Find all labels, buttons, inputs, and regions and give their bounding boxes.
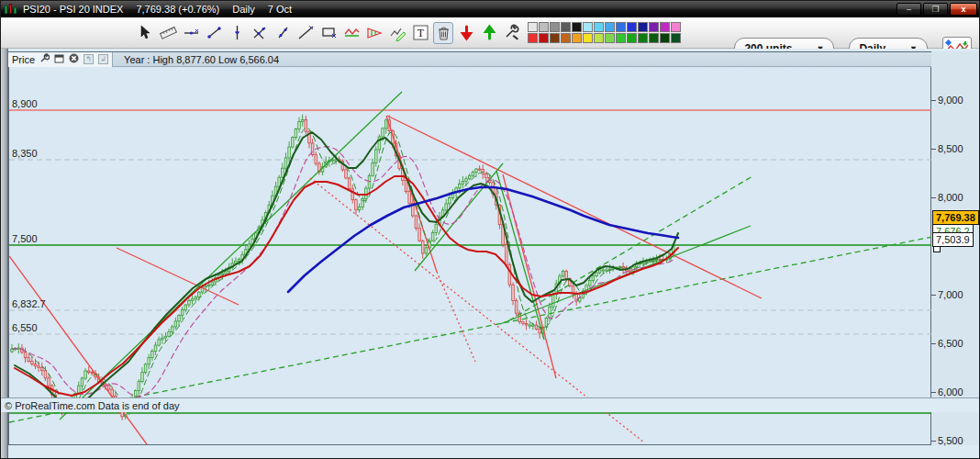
delete-tool[interactable] <box>433 22 453 44</box>
color-swatch[interactable] <box>649 22 659 32</box>
color-swatch[interactable] <box>605 22 615 32</box>
color-swatch[interactable] <box>638 22 648 32</box>
axis-tick: 8,000 <box>931 191 963 204</box>
channel-pattern-tool[interactable] <box>341 22 362 44</box>
color-swatch[interactable] <box>660 33 670 43</box>
svg-text:T: T <box>417 27 424 39</box>
arrow-down-marker[interactable] <box>456 22 476 44</box>
move-up-icon[interactable]: ↰ <box>84 54 94 64</box>
color-swatch[interactable] <box>550 22 560 32</box>
title-bar[interactable]: PSI20 - PSI 20 INDEX 7,769.38 (+0.76%) D… <box>1 1 980 17</box>
color-swatch[interactable] <box>583 33 593 43</box>
color-swatch[interactable] <box>572 33 582 43</box>
candle-body <box>445 204 448 210</box>
color-swatch[interactable] <box>627 22 637 32</box>
candle-body <box>161 338 164 340</box>
close-button[interactable]: x <box>950 3 977 16</box>
cross-lines-tool[interactable] <box>250 22 270 44</box>
window-icon[interactable] <box>54 54 64 65</box>
price-chart-canvas[interactable]: 8,9008,3507,5006,832.76,5505,750 <box>9 52 980 444</box>
candle-body <box>485 174 488 177</box>
candle-body <box>462 181 464 184</box>
color-swatch[interactable] <box>528 22 538 32</box>
candle-body <box>478 169 481 170</box>
ruler-tool[interactable] <box>158 22 178 44</box>
candle-body <box>171 327 173 331</box>
candle-body <box>629 271 631 272</box>
price-plot[interactable]: 8,9008,3507,5006,832.76,5505,750 <box>8 51 931 445</box>
move-down-icon[interactable]: ↲ <box>98 54 108 64</box>
color-swatch[interactable] <box>550 33 560 43</box>
color-swatch[interactable] <box>638 33 648 43</box>
color-swatch[interactable] <box>572 22 582 32</box>
color-swatch[interactable] <box>616 22 626 32</box>
candle-body <box>465 179 468 182</box>
trend-line-tool[interactable] <box>295 22 316 44</box>
color-swatch[interactable] <box>561 22 571 32</box>
candle-body <box>482 169 484 174</box>
vertical-line-tool[interactable] <box>227 22 247 44</box>
pointer-tool[interactable] <box>135 22 155 44</box>
candle-body <box>81 378 84 386</box>
data-source-note: © ProRealTime.com Data is end of day <box>5 400 180 411</box>
color-swatch[interactable] <box>649 33 659 43</box>
minimize-button[interactable]: – <box>896 3 921 16</box>
candle-body <box>562 271 564 275</box>
segment-tool[interactable] <box>204 22 224 44</box>
trend-line[interactable] <box>415 163 503 271</box>
candle-body <box>158 340 161 345</box>
color-swatch[interactable] <box>528 33 538 43</box>
candle-body <box>372 163 374 176</box>
color-swatch[interactable] <box>671 22 681 32</box>
window-title: PSI20 - PSI 20 INDEX <box>23 4 123 15</box>
candle-body <box>191 299 194 301</box>
candle-body <box>178 316 181 321</box>
advanced-tools[interactable] <box>502 22 522 44</box>
trend-line[interactable] <box>60 92 402 420</box>
color-swatch[interactable] <box>627 33 637 43</box>
candle-body <box>449 198 451 204</box>
trend-line[interactable] <box>386 116 437 272</box>
axis-tick: 8,500 <box>931 142 963 155</box>
candle-body <box>365 188 368 198</box>
candle-body <box>525 323 528 325</box>
trend-line[interactable] <box>387 116 762 298</box>
color-swatch[interactable] <box>605 33 615 43</box>
trend-line[interactable] <box>9 237 932 422</box>
rectangle-tool[interactable] <box>318 22 339 44</box>
color-swatch[interactable] <box>561 33 571 43</box>
maximize-button[interactable]: ❐ <box>923 3 948 16</box>
wrench-icon[interactable] <box>39 53 50 65</box>
color-swatch[interactable] <box>539 33 549 43</box>
triangle-pattern-tool[interactable] <box>364 22 384 44</box>
candle-body <box>505 244 507 264</box>
candle-body <box>592 276 595 281</box>
edit-chart-tool[interactable] <box>387 22 407 44</box>
arrow-up-marker[interactable] <box>479 22 499 44</box>
candle-body <box>408 192 411 204</box>
candle-body <box>588 280 591 285</box>
color-swatch[interactable] <box>671 33 681 43</box>
color-swatch[interactable] <box>594 22 604 32</box>
trend-line[interactable] <box>509 176 752 320</box>
color-swatch[interactable] <box>616 33 626 43</box>
trend-line[interactable] <box>437 272 475 362</box>
candle-body <box>34 364 37 365</box>
candle-body <box>207 285 210 285</box>
short-segment-tool[interactable] <box>273 22 293 44</box>
close-circle-icon[interactable] <box>69 53 79 65</box>
candle-body <box>282 168 284 177</box>
color-swatch[interactable] <box>539 22 549 32</box>
candle-body <box>368 175 371 188</box>
color-swatch[interactable] <box>594 33 604 43</box>
candle-body <box>31 362 34 364</box>
color-swatch[interactable] <box>660 22 670 32</box>
text-tool[interactable]: T <box>410 22 430 44</box>
candle-body <box>645 262 648 263</box>
trend-line[interactable] <box>9 256 147 444</box>
color-swatch[interactable] <box>583 22 593 32</box>
horizontal-line-tool[interactable] <box>181 22 201 44</box>
candle-body <box>532 325 535 326</box>
candle-body <box>198 292 201 297</box>
candle-body <box>596 273 598 276</box>
